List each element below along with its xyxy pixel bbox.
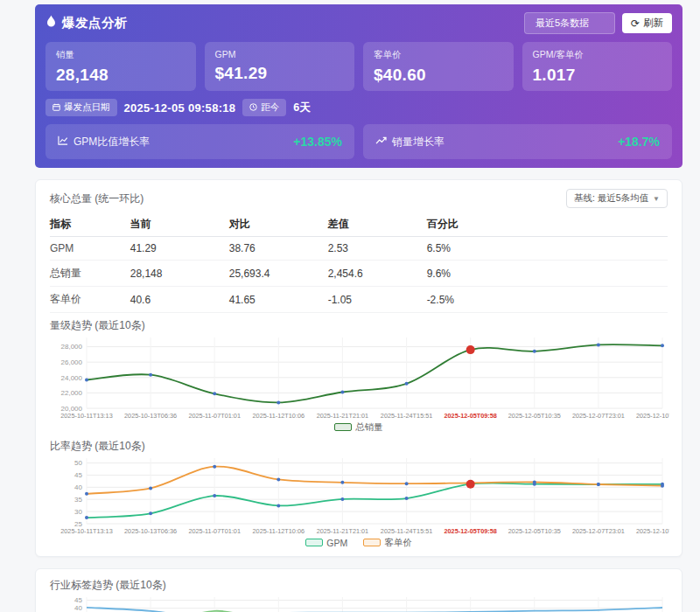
svg-text:30: 30 (74, 508, 82, 516)
ratio-trend-legend: GPM客单价 (50, 536, 668, 549)
legend-label: 总销量 (355, 421, 383, 434)
page-title: 爆发点分析 (62, 15, 128, 31)
core-metrics-table: 指标当前对比差值百分比 GPM41.2938.762.536.5%总销量28,1… (50, 212, 668, 313)
svg-text:35: 35 (74, 496, 82, 504)
table-cell: 2.53 (328, 237, 427, 261)
svg-text:2025-10-11T13:13: 2025-10-11T13:13 (60, 412, 113, 420)
table-cell: GPM (50, 237, 130, 261)
svg-text:50: 50 (74, 459, 82, 467)
svg-text:2025-10-13T06:36: 2025-10-13T06:36 (124, 412, 177, 420)
table-cell: 28,148 (130, 261, 229, 287)
stat-label: 客单价 (374, 49, 503, 61)
stat-label: 销量 (56, 49, 186, 61)
growth-row: GPM比值增长率 +13.85% 销量增长率 +18.7% (46, 124, 672, 159)
page: 爆发点分析 最近5条数据 ⟳ 刷新 销量 28,148 GPM $41.29 (0, 0, 700, 612)
stat-card-gpm-aov-ratio: GPM/客单价 1.017 (522, 42, 673, 91)
table-row: 客单价40.641.65-1.05-2.5% (50, 287, 668, 313)
table-cell: 总销量 (50, 261, 130, 287)
legend-swatch-icon (334, 423, 352, 431)
growth-label: GPM比值增长率 (74, 135, 150, 150)
table-cell: 25,693.4 (229, 261, 328, 287)
growth-label: 销量增长率 (392, 135, 444, 150)
table-cell: 40.6 (130, 287, 229, 313)
table-cell: 2,454.6 (328, 261, 427, 287)
burst-date-badge: 爆发点日期 (46, 99, 117, 116)
since-days-value: 6天 (293, 101, 310, 115)
legend-swatch-icon (305, 539, 323, 546)
industry-trend-card: 行业标签趋势 (最近10条) 10152025303540452025-10-1… (35, 568, 682, 612)
table-row: 总销量28,14825,693.42,454.69.6% (50, 261, 668, 287)
refresh-icon: ⟳ (631, 18, 640, 29)
burst-date-row: 爆发点日期 2025-12-05 09:58:18 距今 6天 (46, 99, 672, 116)
baseline-select-value: 基线: 最近5条均值 (574, 192, 648, 205)
stat-value: 28,148 (56, 66, 186, 85)
stats-row: 销量 28,148 GPM $41.29 客单价 $40.60 GPM/客单价 … (46, 42, 672, 91)
table-cell: 41.65 (229, 287, 328, 313)
stat-value: $40.60 (374, 66, 503, 85)
table-cell: 38.76 (229, 237, 328, 261)
burst-date-value: 2025-12-05 09:58:18 (124, 101, 236, 115)
column-header: 指标 (50, 212, 130, 237)
burst-analysis-panel: 爆发点分析 最近5条数据 ⟳ 刷新 销量 28,148 GPM $41.29 (35, 4, 682, 168)
core-metrics-title: 核心总量 (统一环比) (50, 191, 144, 206)
column-header: 当前 (130, 212, 229, 237)
column-header: 差值 (328, 212, 427, 237)
ratio-trend-title: 比率趋势 (最近10条) (50, 439, 668, 454)
volume-trend-block: 量级趋势 (最近10条) 20,00022,00024,00026,00028,… (50, 318, 668, 434)
svg-text:2025-12-05T10:35: 2025-12-05T10:35 (508, 412, 561, 420)
svg-text:45: 45 (74, 471, 82, 479)
baseline-select[interactable]: 基线: 最近5条均值 ▼ (566, 189, 668, 208)
legend-item[interactable]: 总销量 (334, 421, 383, 434)
since-badge: 距今 (242, 99, 286, 116)
svg-text:2025-11-12T10:06: 2025-11-12T10:06 (253, 527, 305, 535)
column-header: 对比 (229, 212, 328, 237)
calendar-icon (52, 102, 60, 113)
since-badge-label: 距今 (261, 101, 279, 114)
gpm-ratio-growth-card: GPM比值增长率 +13.85% (46, 124, 354, 159)
svg-text:2025-12-05T09:58: 2025-12-05T09:58 (444, 527, 496, 535)
data-range-select[interactable]: 最近5条数据 (524, 12, 615, 34)
svg-text:22,000: 22,000 (61, 389, 83, 397)
table-row: GPM41.2938.762.536.5% (50, 237, 668, 261)
volume-trend-chart[interactable]: 20,00022,00024,00026,00028,0002025-10-11… (50, 333, 668, 421)
table-cell: 9.6% (427, 261, 668, 287)
refresh-label: 刷新 (643, 17, 663, 30)
legend-item[interactable]: GPM (305, 538, 347, 548)
trend-up-icon (375, 136, 387, 148)
svg-text:45: 45 (74, 596, 82, 604)
svg-text:2025-10-11T13:13: 2025-10-11T13:13 (60, 527, 113, 535)
legend-label: GPM (326, 538, 347, 548)
svg-text:24,000: 24,000 (61, 374, 83, 382)
refresh-button[interactable]: ⟳ 刷新 (622, 13, 672, 33)
ratio-trend-chart[interactable]: 2530354045502025-10-11T13:132025-10-13T0… (50, 454, 668, 536)
svg-text:2025-11-24T15:51: 2025-11-24T15:51 (381, 527, 433, 535)
flame-icon (46, 15, 57, 31)
legend-item[interactable]: 客单价 (363, 537, 412, 549)
svg-text:2025-11-12T10:06: 2025-11-12T10:06 (253, 412, 305, 420)
sales-growth-card: 销量增长率 +18.7% (363, 124, 672, 159)
chevron-down-icon: ▼ (653, 195, 660, 203)
stat-value: $41.29 (215, 64, 345, 83)
stat-value: 1.017 (533, 66, 662, 85)
svg-text:2025-12-05T09:58: 2025-12-05T09:58 (444, 412, 496, 420)
table-cell: 客单价 (50, 287, 130, 313)
svg-text:26,000: 26,000 (61, 358, 83, 366)
legend-swatch-icon (363, 539, 381, 546)
growth-value: +18.7% (618, 135, 660, 149)
growth-value: +13.85% (293, 135, 342, 149)
industry-trend-title: 行业标签趋势 (最近10条) (50, 578, 668, 593)
svg-text:40: 40 (74, 483, 82, 491)
svg-text:40: 40 (74, 604, 82, 612)
svg-text:2025-11-07T01:01: 2025-11-07T01:01 (188, 412, 241, 420)
industry-trend-chart[interactable]: 10152025303540452025-10-11T13:132025-10-… (50, 593, 668, 612)
svg-text:2025-11-07T01:01: 2025-11-07T01:01 (188, 527, 241, 535)
svg-text:2025-10-13T06:36: 2025-10-13T06:36 (124, 527, 177, 535)
table-cell: 41.29 (130, 237, 229, 261)
line-chart-icon (58, 136, 68, 148)
table-cell: 6.5% (427, 237, 668, 261)
svg-text:28,000: 28,000 (61, 343, 83, 351)
svg-text:2025-11-21T21:01: 2025-11-21T21:01 (317, 412, 369, 420)
legend-label: 客单价 (384, 537, 412, 549)
stat-label: GPM (215, 49, 345, 59)
svg-text:2025-12-10T18:34: 2025-12-10T18:34 (636, 412, 669, 420)
